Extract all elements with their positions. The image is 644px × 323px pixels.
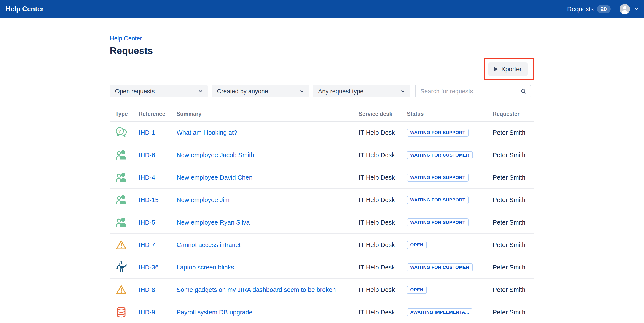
service-desk-value: IT Help Desk	[359, 309, 407, 316]
brand-title: Help Center	[6, 5, 44, 13]
request-reference-link[interactable]: IHD-8	[139, 286, 155, 293]
request-reference-link[interactable]: IHD-36	[139, 264, 158, 271]
top-navbar: Help Center Requests 20	[0, 0, 644, 18]
request-reference-link[interactable]: IHD-1	[139, 129, 155, 136]
page-title: Requests	[110, 45, 534, 56]
table-row: IHD-36 Laptop screen blinks IT Help Desk…	[110, 256, 534, 279]
new-employee-icon	[114, 193, 128, 207]
nav-requests-link[interactable]: Requests 20	[567, 5, 610, 13]
table-row: IHD-6 New employee Jacob Smith IT Help D…	[110, 144, 534, 166]
service-desk-value: IT Help Desk	[359, 219, 407, 226]
column-header-summary: Summary	[176, 111, 359, 117]
table-row: IHD-8 Some gadgets on my JIRA dashboard …	[110, 279, 534, 301]
request-summary-link[interactable]: Some gadgets on my JIRA dashboard seem t…	[176, 286, 336, 293]
requester-value: Peter Smith	[493, 174, 534, 181]
requester-value: Peter Smith	[493, 286, 534, 294]
service-desk-value: IT Help Desk	[359, 197, 407, 204]
xporter-button-label: Xporter	[501, 66, 522, 73]
column-header-service-desk: Service desk	[359, 111, 407, 117]
requester-value: Peter Smith	[493, 309, 534, 316]
request-summary-link[interactable]: New employee Jacob Smith	[176, 152, 254, 158]
requester-value: Peter Smith	[493, 241, 534, 249]
table-row: ? IHD-1 What am I looking at? IT Help De…	[110, 122, 534, 144]
request-reference-link[interactable]: IHD-5	[139, 219, 155, 226]
status-badge: WAITING FOR SUPPORT	[407, 129, 468, 137]
service-desk-value: IT Help Desk	[359, 241, 407, 249]
help-center-requests-page: Help Center Requests 20 Help Center Requ…	[0, 0, 644, 323]
status-badge: WAITING FOR CUSTOMER	[407, 263, 473, 271]
column-header-requester: Requester	[493, 111, 534, 117]
question-bubbles-icon: ?	[114, 126, 128, 139]
status-badge: WAITING FOR CUSTOMER	[407, 151, 473, 159]
nav-requests-label: Requests	[567, 5, 594, 13]
chevron-down-icon	[198, 89, 203, 94]
svg-text:?: ?	[118, 128, 121, 134]
request-status-filter-dropdown[interactable]: Open requests	[110, 85, 208, 97]
service-desk-value: IT Help Desk	[359, 286, 407, 294]
created-by-filter-value: Created by anyone	[217, 88, 268, 95]
status-badge: AWAITING IMPLEMENTA...	[407, 308, 472, 316]
filter-bar: Open requests Created by anyone Any requ…	[110, 85, 534, 97]
annotation-highlight-box: Xporter	[484, 58, 534, 80]
table-row: IHD-4 New employee David Chen IT Help De…	[110, 166, 534, 189]
search-box	[415, 85, 531, 97]
new-employee-icon	[114, 216, 128, 229]
avatar-person-icon	[620, 4, 630, 14]
request-summary-link[interactable]: What am I looking at?	[176, 129, 237, 136]
new-employee-icon	[114, 171, 128, 184]
requests-table: Type Reference Summary Service desk Stat…	[110, 97, 534, 323]
column-header-reference: Reference	[139, 111, 176, 117]
requester-value: Peter Smith	[493, 219, 534, 226]
request-type-filter-value: Any request type	[318, 88, 364, 95]
requester-value: Peter Smith	[493, 264, 534, 271]
service-desk-value: IT Help Desk	[359, 264, 407, 271]
search-input[interactable]	[420, 88, 520, 95]
status-badge: WAITING FOR SUPPORT	[407, 174, 468, 182]
xporter-play-icon	[492, 66, 499, 72]
request-summary-link[interactable]: Payroll system DB upgrade	[176, 309, 252, 316]
request-reference-link[interactable]: IHD-6	[139, 152, 155, 158]
table-row: IHD-9 Payroll system DB upgrade IT Help …	[110, 301, 534, 323]
table-header-row: Type Reference Summary Service desk Stat…	[110, 97, 534, 122]
status-badge: OPEN	[407, 286, 426, 294]
table-body: ? IHD-1 What am I looking at? IT Help De…	[110, 122, 534, 323]
request-status-filter-value: Open requests	[115, 88, 155, 95]
status-badge: OPEN	[407, 241, 426, 249]
user-avatar[interactable]	[620, 4, 630, 14]
status-badge: WAITING FOR SUPPORT	[407, 196, 468, 204]
new-employee-icon	[114, 148, 128, 162]
chevron-down-icon	[300, 89, 304, 94]
table-row: IHD-7 Cannot access intranet IT Help Des…	[110, 234, 534, 256]
created-by-filter-dropdown[interactable]: Created by anyone	[212, 85, 309, 97]
request-summary-link[interactable]: New employee Jim	[176, 197, 230, 203]
chevron-down-icon	[400, 89, 405, 94]
request-reference-link[interactable]: IHD-9	[139, 309, 155, 316]
breadcrumb-help-center-link[interactable]: Help Center	[110, 35, 142, 42]
column-header-type: Type	[110, 111, 139, 117]
status-badge: WAITING FOR SUPPORT	[407, 219, 468, 227]
column-header-status: Status	[407, 111, 493, 117]
requester-value: Peter Smith	[493, 152, 534, 159]
search-icon	[520, 88, 527, 95]
service-desk-value: IT Help Desk	[359, 152, 407, 159]
request-summary-link[interactable]: Cannot access intranet	[176, 241, 241, 248]
service-desk-value: IT Help Desk	[359, 129, 407, 136]
table-row: IHD-5 New employee Ryan Silva IT Help De…	[110, 211, 534, 234]
service-desk-value: IT Help Desk	[359, 174, 407, 181]
request-type-filter-dropdown[interactable]: Any request type	[313, 85, 410, 97]
profile-menu-chevron-down-icon[interactable]	[634, 6, 639, 12]
request-summary-link[interactable]: New employee David Chen	[176, 174, 252, 181]
request-summary-link[interactable]: New employee Ryan Silva	[176, 219, 250, 226]
requester-value: Peter Smith	[493, 129, 534, 136]
request-summary-link[interactable]: Laptop screen blinks	[176, 264, 234, 271]
xporter-button[interactable]: Xporter	[488, 62, 528, 76]
robot-icon	[114, 261, 128, 274]
main-content: Help Center Requests Xporter Open reques…	[110, 18, 534, 323]
requester-value: Peter Smith	[493, 197, 534, 204]
request-reference-link[interactable]: IHD-4	[139, 174, 155, 181]
request-reference-link[interactable]: IHD-15	[139, 197, 158, 203]
warning-icon	[114, 283, 128, 297]
warning-icon	[114, 238, 128, 252]
request-reference-link[interactable]: IHD-7	[139, 241, 155, 248]
requests-count-badge: 20	[597, 5, 610, 13]
